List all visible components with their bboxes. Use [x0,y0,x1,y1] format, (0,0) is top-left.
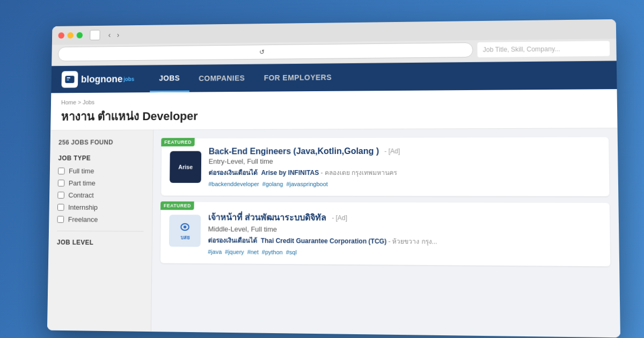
job-salary-2: ต่อรองเงินเดือนได้ Thai Credit Guarantee… [208,235,601,247]
filter-parttime[interactable]: Part time [58,179,144,187]
logo-jobs-badge: jobs [123,76,134,82]
nav-item-employers[interactable]: FOR EMPLOYERS [254,63,341,92]
featured-badge-2: FEATURED [160,201,194,210]
site-search-box[interactable]: Job Title, Skill, Company... [477,41,610,57]
tag-2-5: #sql [286,249,297,255]
close-button[interactable] [58,32,64,39]
tag-2-3: #net [247,249,259,255]
logo-svg [64,74,75,85]
job-location-2: - ห้วยขวาง กรุง... [389,238,437,246]
svg-rect-1 [67,77,70,78]
page-header: Home > Jobs หางาน ตำแหน่ง Developer [50,89,617,130]
nav-item-companies[interactable]: COMPANIES [189,64,254,92]
filter-internship[interactable]: Internship [57,203,144,211]
nav-arrows: ‹ › [106,30,121,40]
tag-2-2: #jquery [225,248,244,255]
tag-1-1: #backenddeveloper [208,181,259,187]
job-list: FEATURED Arise Back-End Engineers (Java,… [151,128,620,337]
tag-1-3: #javaspringboot [286,181,327,187]
nav-item-jobs[interactable]: JOBS [150,65,189,92]
svg-rect-0 [65,76,74,83]
forward-arrow[interactable]: › [115,30,121,40]
tab-icon [90,30,100,41]
tag-1-2: #golang [262,181,283,187]
search-placeholder-text: Job Title, Skill, Company... [483,45,560,53]
filter-fulltime[interactable]: Full time [58,167,144,175]
logo-area: blognone jobs [61,70,134,87]
job-location-1: - คลองเตย กรุงเทพมหานคร [321,169,397,177]
sidebar: 256 JOBS FOUND JOB TYPE Full time Part t… [47,130,153,338]
filter-divider [57,231,143,232]
company-logo-inner-2: บสย [174,220,196,241]
checkbox-contract[interactable] [57,192,64,199]
job-salary-1: ต่อรองเงินเดือนได้ Arise by INFINITAS - … [208,167,600,178]
job-level-label: JOB LEVEL [57,239,143,247]
job-ad-row-2: เจ้าหน้าที่ ส่วนพัฒนาระบบดิจิทัล - [Ad] [208,210,601,225]
job-info-1: Back-End Engineers (Java,Kotlin,Golang )… [208,146,600,188]
logo-icon [61,71,78,87]
filter-freelance[interactable]: Freelance [57,216,144,224]
checkbox-fulltime[interactable] [58,167,65,174]
checkbox-internship[interactable] [57,204,64,211]
job-title-2: เจ้าหน้าที่ ส่วนพัฒนาระบบดิจิทัล [208,210,327,224]
logo-text: blognone [81,74,123,85]
filter-contract[interactable]: Contract [57,191,144,199]
ad-tag-1: - [Ad] [384,148,400,155]
tags-row-2: #java #jquery #net #python #sql [208,248,601,258]
tcg-label: บสย [180,234,189,241]
tcg-logo-svg [175,220,195,234]
company-logo-1: Arise [170,151,201,183]
address-bar[interactable]: ↺ [58,42,473,61]
job-info-2: เจ้าหน้าที่ ส่วนพัฒนาระบบดิจิทัล - [Ad] … [208,210,601,257]
job-level-2: Middle-Level, Full time [208,225,601,234]
job-card-1[interactable]: FEATURED Arise Back-End Engineers (Java,… [161,137,609,196]
svg-rect-2 [67,79,69,80]
back-arrow[interactable]: ‹ [106,30,113,40]
checkbox-freelance[interactable] [57,216,64,223]
tag-2-1: #java [208,248,222,255]
tag-2-4: #python [262,249,283,255]
tags-row-1: #backenddeveloper #golang #javaspringboo… [208,181,600,187]
jobs-count: 256 JOBS FOUND [58,138,145,146]
address-content: ↺ [259,48,265,56]
job-card-2[interactable]: FEATURED บสย เจ้าหน้าที่ ส่วนพัฒนาระบบดิ… [160,202,610,266]
page-title: หางาน ตำแหน่ง Developer [61,105,606,126]
breadcrumb: Home > Jobs [61,95,606,105]
company-logo-2: บสย [169,215,201,247]
job-level-1: Entry-Level, Full time [209,157,600,165]
main-content: 256 JOBS FOUND JOB TYPE Full time Part t… [47,128,620,337]
browser-chrome: ‹ › ↺ Job Title, Skill, Company... [52,19,617,66]
minimize-button[interactable] [67,32,74,39]
company-logo-text-1: Arise [178,164,193,170]
browser-window: ‹ › ↺ Job Title, Skill, Company... [47,19,620,337]
job-type-label: JOB TYPE [58,155,144,162]
maximize-button[interactable] [77,32,83,39]
checkbox-parttime[interactable] [58,180,65,187]
featured-badge-1: FEATURED [161,138,195,146]
site-nav: blognone jobs JOBS COMPANIES FOR EMPLOYE… [51,61,617,93]
job-ad-row-1: Back-End Engineers (Java,Kotlin,Golang )… [209,146,600,157]
job-title-1: Back-End Engineers (Java,Kotlin,Golang ) [209,146,379,157]
ad-tag-2: - [Ad] [332,214,347,222]
window-controls [58,32,83,39]
